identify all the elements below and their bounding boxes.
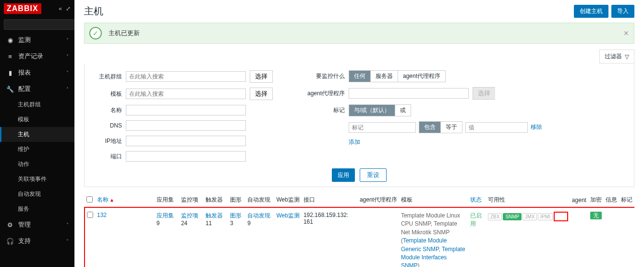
col-trig: 触发器 bbox=[204, 193, 228, 207]
tag-remove[interactable]: 移除 bbox=[531, 123, 542, 131]
nav-sub-动作[interactable]: 动作 bbox=[0, 157, 74, 172]
nav-支持[interactable]: 🎧支持˅ bbox=[0, 233, 74, 249]
header: 主机 创建主机 导入 bbox=[74, 0, 644, 23]
col-name[interactable]: 名称▲ bbox=[95, 193, 155, 207]
tag-op-equals[interactable]: 等于 bbox=[441, 122, 462, 133]
apply-button[interactable]: 应用 bbox=[332, 168, 355, 182]
nav-icon: 🔧 bbox=[6, 86, 14, 93]
nav-管理[interactable]: ⚙管理˅ bbox=[0, 216, 74, 233]
nav-label: 报表 bbox=[18, 68, 31, 77]
interface-cell: 192.168.159.132: 161 bbox=[302, 207, 358, 267]
nav-icon: ≡ bbox=[6, 53, 14, 60]
nav-监测[interactable]: ◉监测˅ bbox=[0, 32, 74, 48]
disc-link[interactable]: 自动发现 bbox=[247, 212, 270, 219]
status-link[interactable]: 已启用 bbox=[470, 212, 482, 227]
port-input[interactable] bbox=[126, 151, 246, 162]
tag-mode-andor[interactable]: 与/或（默认） bbox=[349, 105, 395, 116]
encryption-badge: 无 bbox=[590, 212, 602, 219]
sidebar-search: 🔍 bbox=[0, 17, 74, 32]
select-all-checkbox[interactable] bbox=[86, 196, 93, 203]
label-tag: 标记 bbox=[302, 106, 345, 114]
nav-sub-关联项事件[interactable]: 关联项事件 bbox=[0, 172, 74, 187]
hosts-table: 名称▲ 应用集 监控项 触发器 图形 自动发现 Web监测 接口 agent代理… bbox=[84, 193, 634, 267]
label-template: 模板 bbox=[94, 90, 122, 98]
ip-input[interactable] bbox=[126, 136, 246, 146]
col-agent: agent bbox=[570, 193, 588, 207]
chevron-down-icon: ˅ bbox=[66, 222, 69, 228]
template-cell: Template Module Linux CPU SNMP, Template… bbox=[401, 212, 466, 267]
main: 主机 创建主机 导入 ✓ 主机已更新 ✕ 过滤器 ▽ 主机群组 bbox=[74, 0, 644, 267]
hostgroup-input[interactable] bbox=[126, 71, 246, 82]
nav-icon: ⚙ bbox=[6, 221, 14, 229]
nav-sub-模板[interactable]: 模板 bbox=[0, 112, 74, 127]
expand-icon[interactable]: ⤢ bbox=[66, 5, 71, 12]
col-iface: 接口 bbox=[302, 193, 358, 207]
graph-link[interactable]: 图形 bbox=[230, 212, 242, 219]
label-proxy: agent代理程序 bbox=[302, 89, 345, 98]
monitor-any[interactable]: 任何 bbox=[349, 71, 371, 82]
message-text: 主机已更新 bbox=[109, 29, 140, 38]
template-input[interactable] bbox=[126, 89, 246, 99]
web-link[interactable]: Web监测 bbox=[276, 212, 299, 219]
nav-配置[interactable]: 🔧配置˄ bbox=[0, 81, 74, 97]
proxy-input[interactable] bbox=[349, 88, 469, 99]
red-highlight-box bbox=[554, 212, 568, 221]
label-dns: DNS bbox=[94, 122, 122, 129]
tag-op-contains[interactable]: 包含 bbox=[419, 122, 441, 133]
filter-toggle[interactable]: 过滤器 ▽ bbox=[599, 50, 634, 64]
chevron-down-icon: ˅ bbox=[66, 70, 69, 76]
label-monitor: 要监控什么 bbox=[302, 72, 345, 80]
dns-input[interactable] bbox=[126, 120, 246, 131]
row-checkbox[interactable] bbox=[87, 212, 93, 218]
monitor-server[interactable]: 服务器 bbox=[371, 71, 398, 82]
col-info: 信息 bbox=[604, 193, 619, 207]
avail-SNMP: SNMP bbox=[503, 213, 522, 220]
name-input[interactable] bbox=[126, 105, 246, 115]
host-name-link[interactable]: 132 bbox=[97, 212, 107, 218]
nav-资产记录[interactable]: ≡资产记录˅ bbox=[0, 48, 74, 64]
label-port: 端口 bbox=[94, 153, 122, 161]
trig-link[interactable]: 触发器 bbox=[206, 212, 223, 219]
template-select[interactable]: 选择 bbox=[250, 88, 273, 100]
chevron-down-icon: ˅ bbox=[66, 54, 69, 59]
nav-label: 管理 bbox=[18, 220, 31, 229]
nav-icon: ▮ bbox=[6, 69, 14, 76]
logo: ZABBIX bbox=[4, 3, 41, 14]
filter-right: 要监控什么 任何 服务器 agent代理程序 agent代理程序 选择 标记 bbox=[302, 70, 542, 162]
app-link[interactable]: 应用集 bbox=[157, 212, 174, 219]
label-ip: IP地址 bbox=[94, 137, 122, 145]
col-disc: 自动发现 bbox=[245, 193, 274, 207]
nav-报表[interactable]: ▮报表˅ bbox=[0, 64, 74, 81]
check-icon: ✓ bbox=[89, 27, 102, 39]
nav-sub-维护[interactable]: 维护 bbox=[0, 142, 74, 157]
label-hostgroup: 主机群组 bbox=[94, 73, 122, 81]
reset-button[interactable]: 重设 bbox=[360, 168, 387, 182]
import-button[interactable]: 导入 bbox=[611, 5, 634, 18]
nav-sub-主机群组[interactable]: 主机群组 bbox=[0, 97, 74, 112]
filter-panel: 主机群组 选择 模板 选择 名称 DNS bbox=[84, 64, 634, 187]
hostgroup-select[interactable]: 选择 bbox=[250, 70, 273, 83]
nav-sub-服务[interactable]: 服务 bbox=[0, 202, 74, 216]
tag-add[interactable]: 添加 bbox=[349, 138, 360, 146]
nav-icon: 🎧 bbox=[6, 238, 14, 245]
proxy-select: 选择 bbox=[473, 87, 495, 100]
col-proxy: agent代理程序 bbox=[358, 193, 399, 207]
items-link[interactable]: 监控项 bbox=[181, 212, 198, 219]
avail-JMX: JMX bbox=[522, 213, 537, 220]
tag-name-input[interactable] bbox=[349, 122, 416, 133]
col-graph: 图形 bbox=[228, 193, 245, 207]
nav-sub-自动发现[interactable]: 自动发现 bbox=[0, 187, 74, 202]
tag-value-input[interactable] bbox=[465, 122, 528, 133]
collapse-icon[interactable]: « bbox=[59, 5, 62, 12]
create-host-button[interactable]: 创建主机 bbox=[574, 5, 608, 18]
funnel-icon: ▽ bbox=[625, 53, 629, 60]
monitor-proxy[interactable]: agent代理程序 bbox=[398, 71, 445, 82]
page-title: 主机 bbox=[84, 5, 103, 18]
close-icon[interactable]: ✕ bbox=[623, 29, 629, 37]
filter-left: 主机群组 选择 模板 选择 名称 DNS bbox=[94, 70, 273, 162]
sidebar: ZABBIX « ⤢ 🔍 ◉监测˅≡资产记录˅▮报表˅🔧配置˄主机群组模板主机维… bbox=[0, 0, 74, 267]
tag-mode-or[interactable]: 或 bbox=[395, 105, 411, 116]
col-status[interactable]: 状态 bbox=[468, 193, 486, 207]
nav-sub-主机[interactable]: 主机 bbox=[0, 127, 74, 142]
template-link[interactable]: Template Module Generic SNMP bbox=[401, 237, 447, 252]
